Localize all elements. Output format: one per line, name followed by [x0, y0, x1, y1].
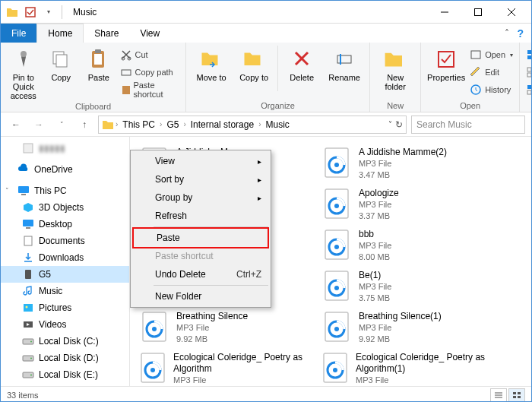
context-menu: View▸ Sort by▸ Group by▸ Refresh Paste P… — [130, 150, 271, 308]
breadcrumb-segment[interactable]: This PC — [119, 119, 158, 130]
svg-rect-37 — [527, 90, 531, 94]
svg-rect-31 — [527, 68, 531, 71]
recent-locations-button[interactable]: ˅ — [52, 116, 71, 134]
file-item[interactable]: Breathing Silence MP3 File 9.92 MB — [136, 307, 318, 348]
window-title: Music — [68, 7, 97, 17]
nav-documents[interactable]: Documents — [1, 233, 129, 249]
file-item[interactable]: Apologize MP3 File 3.37 MB — [318, 184, 501, 225]
file-meta: Ecological Coleridge_ Poetry as Algorith… — [356, 350, 499, 386]
nav-videos[interactable]: Videos — [1, 316, 129, 333]
help-icon[interactable]: ? — [517, 27, 524, 40]
qat-dropdown-icon[interactable]: ▾ — [40, 4, 57, 21]
forward-button[interactable]: → — [30, 116, 48, 134]
context-paste[interactable]: Paste — [134, 229, 268, 247]
nav-local-disk-c[interactable]: Local Disk (C:) — [1, 333, 129, 350]
svg-rect-42 — [25, 270, 31, 279]
context-refresh[interactable]: Refresh — [132, 207, 269, 225]
select-all-button[interactable]: Select all — [526, 47, 532, 62]
select-none-button[interactable]: Select none — [526, 65, 532, 80]
open-button[interactable]: Open▾ — [470, 47, 513, 62]
mp3-file-icon — [321, 227, 353, 264]
svg-rect-7 — [26, 8, 35, 17]
breadcrumb-segment[interactable]: Music — [262, 119, 292, 130]
svg-rect-40 — [24, 236, 32, 245]
up-button[interactable]: ↑ — [75, 116, 93, 134]
nav-this-pc[interactable]: ˅This PC — [1, 182, 129, 199]
nav-onedrive[interactable]: OneDrive — [1, 161, 129, 178]
breadcrumb-segment[interactable]: Internal storage — [188, 119, 257, 130]
mp3-file-icon — [321, 186, 353, 223]
file-type: MP3 File — [359, 240, 391, 252]
nav-desktop[interactable]: Desktop — [1, 216, 129, 233]
maximize-button[interactable] — [461, 1, 495, 24]
file-item[interactable]: A Jiddishe Mamme(2) MP3 File 3.47 MB — [318, 143, 501, 184]
refresh-icon[interactable]: ↻ — [395, 119, 403, 130]
copy-to-button[interactable]: Copy to — [235, 46, 273, 82]
collapse-ribbon-icon[interactable]: ˄ — [505, 28, 509, 39]
paste-button[interactable]: Paste — [82, 46, 116, 82]
tab-share[interactable]: Share — [84, 24, 129, 43]
minimize-button[interactable] — [428, 1, 461, 24]
back-button[interactable]: ← — [7, 116, 25, 134]
file-type: MP3 File — [359, 158, 447, 169]
file-name: Ecological Coleridge_ Poetry as Algorith… — [173, 352, 316, 375]
tab-view[interactable]: View — [129, 24, 170, 43]
file-item[interactable]: Breathing Silence(1) MP3 File 9.92 MB — [318, 307, 501, 348]
nav-quick-access-item[interactable]: ▮▮▮▮▮ — [1, 140, 129, 157]
breadcrumb-dropdown-icon[interactable]: ˅ — [388, 120, 392, 128]
svg-rect-9 — [475, 8, 482, 15]
move-to-button[interactable]: Move to — [192, 46, 230, 82]
file-size: 9.92 MB — [359, 334, 442, 345]
tab-home[interactable]: Home — [36, 24, 84, 43]
tiles-view-button[interactable] — [508, 388, 525, 402]
nav-3d-objects[interactable]: 3D Objects — [1, 199, 129, 216]
file-meta: A Jiddishe Mamme(2) MP3 File 3.47 MB — [359, 145, 447, 182]
nav-music[interactable]: Music — [1, 283, 129, 299]
file-size: 9.92 MB — [176, 334, 248, 345]
file-item[interactable]: Ecological Coleridge_ Poetry as Algorith… — [318, 348, 501, 386]
nav-g5[interactable]: G5 — [1, 266, 129, 283]
nav-pictures[interactable]: Pictures — [1, 299, 129, 316]
svg-rect-52 — [518, 392, 521, 394]
file-item[interactable]: Be(1) MP3 File 3.75 MB — [318, 266, 501, 307]
context-separator — [154, 285, 268, 286]
rename-button[interactable]: Rename — [325, 46, 363, 82]
copy-path-button[interactable]: Copy path — [120, 65, 180, 80]
file-size: 3.75 MB — [359, 293, 391, 304]
new-folder-button[interactable]: New folder — [376, 46, 414, 91]
svg-rect-20 — [122, 70, 131, 75]
mp3-file-icon — [321, 350, 350, 386]
window-controls — [428, 1, 531, 24]
file-name: Breathing Silence — [176, 311, 248, 322]
context-group-by[interactable]: Group by▸ — [132, 188, 269, 207]
search-input[interactable]: Search Music — [411, 116, 525, 134]
paste-shortcut-button[interactable]: Paste shortcut — [120, 82, 180, 97]
file-size: 8.00 MB — [359, 252, 391, 263]
breadcrumb-segment[interactable]: G5 — [163, 119, 182, 130]
copy-button[interactable]: Copy — [45, 46, 78, 82]
invert-selection-button[interactable]: Invert selection — [526, 82, 532, 97]
pin-to-quick-access-button[interactable]: Pin to Quick access — [7, 46, 40, 100]
nav-local-disk-d[interactable]: Local Disk (D:) — [1, 350, 129, 366]
close-button[interactable] — [495, 1, 528, 24]
nav-downloads[interactable]: Downloads — [1, 249, 129, 266]
delete-button[interactable]: Delete — [283, 46, 321, 82]
file-item[interactable]: bbb MP3 File 8.00 MB — [318, 225, 501, 266]
mp3-file-icon — [321, 145, 353, 182]
context-new-folder[interactable]: New Folder — [132, 287, 269, 305]
context-view[interactable]: View▸ — [132, 152, 269, 170]
cut-button[interactable]: Cut — [120, 47, 180, 62]
qat-properties-icon[interactable] — [22, 4, 39, 21]
context-undo-delete[interactable]: Undo DeleteCtrl+Z — [132, 265, 269, 283]
nav-local-disk-e[interactable]: Local Disk (E:) — [1, 366, 129, 383]
context-sort-by[interactable]: Sort by▸ — [132, 170, 269, 188]
svg-rect-16 — [94, 54, 102, 65]
properties-button[interactable]: Properties — [427, 46, 465, 82]
history-button[interactable]: History — [470, 82, 513, 97]
edit-button[interactable]: Edit — [470, 65, 513, 80]
details-view-button[interactable] — [490, 388, 507, 402]
file-type: MP3 File — [176, 322, 248, 334]
file-item[interactable]: Ecological Coleridge_ Poetry as Algorith… — [136, 348, 318, 386]
tab-file[interactable]: File — [1, 24, 36, 43]
breadcrumb[interactable]: › This PC› G5› Internal storage› Music ˅… — [98, 116, 407, 134]
